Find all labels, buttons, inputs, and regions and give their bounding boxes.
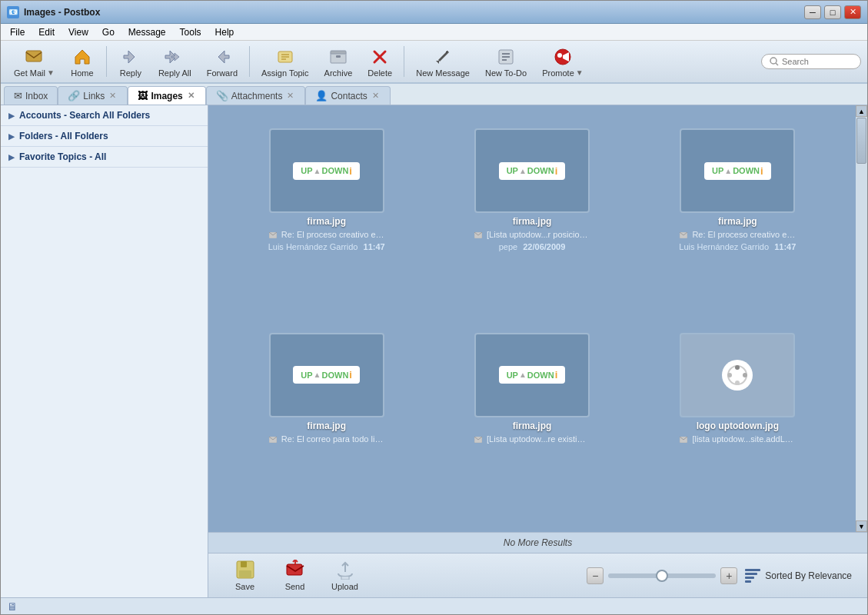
card-subject-0: Re: El proceso creativo es asín. bbox=[269, 230, 384, 239]
image-thumb-3: UP ▲ DOWN i bbox=[269, 333, 384, 417]
slider-track[interactable] bbox=[608, 573, 716, 578]
image-card-1[interactable]: UP ▲ DOWN i firma.jpg [Lista uptodow...r… bbox=[437, 128, 627, 317]
updown-logo-2: UP ▲ DOWN i bbox=[704, 162, 771, 180]
menu-file[interactable]: File bbox=[4, 25, 31, 39]
new-message-button[interactable]: New Message bbox=[409, 42, 477, 81]
reply-icon bbox=[121, 46, 140, 68]
card-meta-2: Luis Hernández Garrido 11:47 bbox=[679, 242, 796, 251]
card-meta-1: pepe 22/06/2009 bbox=[499, 242, 566, 251]
scrollbar: ▲ ▼ bbox=[856, 105, 867, 532]
home-icon bbox=[73, 46, 91, 68]
svg-point-26 bbox=[743, 373, 747, 377]
sidebar-folders[interactable]: ▶ Folders - All Folders bbox=[1, 126, 208, 147]
tab-images-close[interactable]: ✕ bbox=[186, 91, 196, 101]
send-button[interactable]: Send bbox=[274, 557, 316, 594]
tab-images[interactable]: 🖼 Images ✕ bbox=[128, 86, 205, 105]
forward-button[interactable]: Forward bbox=[200, 42, 244, 81]
image-thumb-2: UP ▲ DOWN i bbox=[680, 128, 795, 213]
zoom-in-button[interactable]: + bbox=[720, 567, 737, 584]
search-box[interactable] bbox=[761, 54, 861, 69]
tab-links-close[interactable]: ✕ bbox=[108, 91, 118, 101]
svg-rect-33 bbox=[287, 564, 302, 575]
new-todo-label: New To-Do bbox=[485, 68, 527, 78]
save-button[interactable]: Save bbox=[224, 557, 266, 594]
menu-tools[interactable]: Tools bbox=[174, 25, 208, 39]
card-subject-5: [lista uptodow...site.addLogs bbox=[680, 434, 795, 444]
svg-rect-6 bbox=[331, 51, 346, 54]
home-button[interactable]: Home bbox=[63, 42, 101, 81]
forward-label: Forward bbox=[207, 68, 238, 78]
save-label: Save bbox=[235, 582, 254, 591]
menu-go[interactable]: Go bbox=[96, 25, 121, 39]
card-filename-1: firma.jpg bbox=[513, 216, 552, 227]
forward-icon bbox=[213, 46, 231, 68]
get-mail-dropdown-arrow[interactable]: ▼ bbox=[47, 68, 55, 77]
image-thumb-0: UP ▲ DOWN i bbox=[269, 128, 384, 213]
toolbar-sep-1 bbox=[106, 46, 107, 77]
image-card-4[interactable]: UP ▲ DOWN i firma.jpg [Lista uptodow...r… bbox=[437, 333, 627, 510]
maximize-button[interactable]: □ bbox=[824, 5, 841, 19]
upload-label: Upload bbox=[331, 582, 358, 591]
image-thumb-5 bbox=[680, 333, 795, 417]
delete-label: Delete bbox=[367, 68, 392, 78]
window-controls: ─ □ ✕ bbox=[804, 5, 861, 19]
search-input[interactable] bbox=[782, 57, 851, 66]
reply-button[interactable]: Reply bbox=[111, 42, 150, 81]
menu-edit[interactable]: Edit bbox=[32, 25, 61, 39]
reply-all-icon bbox=[164, 46, 185, 68]
tab-images-label: Images bbox=[151, 91, 182, 101]
save-icon bbox=[235, 560, 255, 580]
email-icon-5 bbox=[680, 437, 687, 443]
upload-button[interactable]: Upload bbox=[324, 557, 366, 594]
sidebar-topics[interactable]: ▶ Favorite Topics - All bbox=[1, 147, 208, 168]
sidebar-accounts[interactable]: ▶ Accounts - Search All Folders bbox=[1, 105, 208, 126]
new-todo-icon bbox=[497, 46, 515, 68]
tab-contacts-icon: 👤 bbox=[315, 90, 328, 101]
assign-topic-button[interactable]: Assign Topic bbox=[254, 42, 316, 81]
new-todo-button[interactable]: New To-Do bbox=[478, 42, 534, 81]
image-card-3[interactable]: UP ▲ DOWN i firma.jpg Re: El correo para… bbox=[231, 333, 421, 510]
sort-label[interactable]: Sorted By Relevance bbox=[745, 569, 852, 583]
loading-icon-5 bbox=[722, 360, 753, 391]
scroll-track[interactable] bbox=[856, 117, 867, 520]
archive-button[interactable]: Archive bbox=[318, 42, 360, 81]
tab-links-label: Links bbox=[83, 91, 105, 101]
svg-point-27 bbox=[735, 381, 740, 385]
card-filename-0: firma.jpg bbox=[307, 216, 346, 227]
scroll-up-button[interactable]: ▲ bbox=[856, 105, 867, 117]
svg-rect-32 bbox=[239, 570, 251, 577]
scroll-thumb[interactable] bbox=[856, 118, 866, 164]
zoom-out-button[interactable]: − bbox=[587, 567, 604, 584]
tab-contacts-close[interactable]: ✕ bbox=[371, 91, 381, 101]
card-filename-4: firma.jpg bbox=[513, 421, 552, 431]
no-more-results: No More Results bbox=[208, 532, 867, 553]
reply-all-button[interactable]: Reply All bbox=[151, 42, 198, 81]
image-card-0[interactable]: UP ▲ DOWN i firma.jpg Re: El proceso cre… bbox=[231, 128, 421, 317]
email-icon-1 bbox=[474, 232, 482, 238]
updown-logo-3: UP ▲ DOWN i bbox=[293, 366, 360, 384]
delete-button[interactable]: Delete bbox=[361, 42, 399, 81]
image-card-2[interactable]: UP ▲ DOWN i firma.jpg Re: El proceso cre… bbox=[643, 128, 833, 317]
tab-attachments-close[interactable]: ✕ bbox=[285, 91, 295, 101]
window-title: Images - Postbox bbox=[24, 7, 100, 18]
menu-message[interactable]: Message bbox=[122, 25, 172, 39]
tab-links[interactable]: 🔗 Links ✕ bbox=[58, 86, 128, 105]
promote-dropdown-arrow[interactable]: ▼ bbox=[576, 68, 584, 77]
slider-thumb[interactable] bbox=[656, 570, 668, 582]
card-subject-2: Re: El proceso creativo es asín. bbox=[680, 230, 795, 239]
image-card-5[interactable]: logo uptodown.jpg [lista uptodow...site.… bbox=[643, 333, 833, 510]
svg-point-25 bbox=[735, 365, 740, 370]
tab-contacts[interactable]: 👤 Contacts ✕ bbox=[305, 86, 390, 105]
close-button[interactable]: ✕ bbox=[844, 5, 861, 19]
promote-button[interactable]: Promote ▼ bbox=[535, 42, 590, 81]
menu-help[interactable]: Help bbox=[209, 25, 241, 39]
menu-view[interactable]: View bbox=[62, 25, 95, 39]
tab-inbox-label: Inbox bbox=[25, 91, 48, 101]
minimize-button[interactable]: ─ bbox=[804, 5, 821, 19]
tab-attachments[interactable]: 📎 Attachments ✕ bbox=[206, 86, 306, 105]
tab-inbox[interactable]: ✉ Inbox bbox=[4, 86, 58, 105]
sort-line-1 bbox=[745, 569, 760, 571]
get-mail-button[interactable]: Get Mail ▼ bbox=[7, 42, 62, 81]
scroll-down-button[interactable]: ▼ bbox=[856, 520, 867, 532]
svg-rect-31 bbox=[241, 561, 247, 567]
